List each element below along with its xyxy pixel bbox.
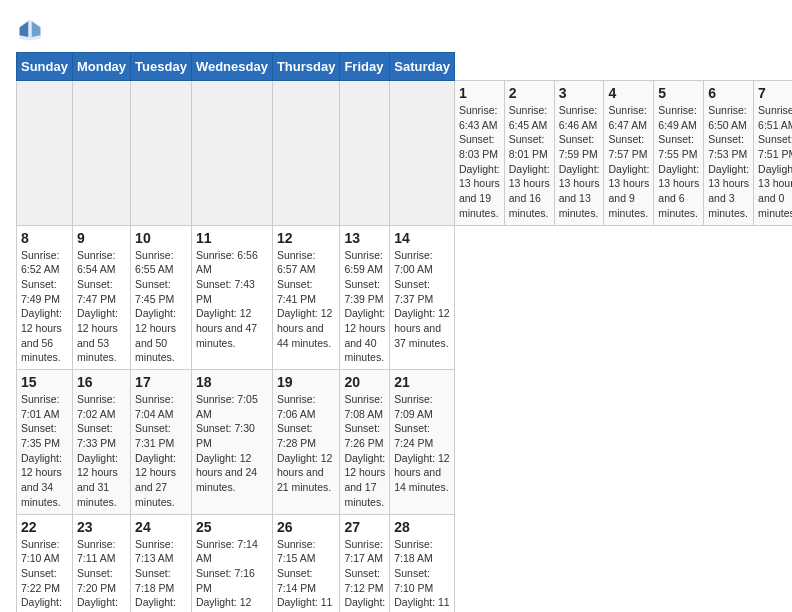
day-info: Sunrise: 6:56 AMSunset: 7:43 PMDaylight:…	[196, 248, 268, 351]
day-number: 7	[758, 85, 792, 101]
day-info: Sunrise: 7:18 AMSunset: 7:10 PMDaylight:…	[394, 537, 450, 613]
calendar-cell	[131, 81, 192, 226]
day-info: Sunrise: 7:05 AMSunset: 7:30 PMDaylight:…	[196, 392, 268, 495]
calendar-cell	[72, 81, 130, 226]
day-info: Sunrise: 7:10 AMSunset: 7:22 PMDaylight:…	[21, 537, 68, 613]
calendar-cell: 25Sunrise: 7:14 AMSunset: 7:16 PMDayligh…	[191, 514, 272, 612]
calendar-cell: 20Sunrise: 7:08 AMSunset: 7:26 PMDayligh…	[340, 370, 390, 515]
calendar-week-2: 8Sunrise: 6:52 AMSunset: 7:49 PMDaylight…	[17, 225, 793, 370]
weekday-header-tuesday: Tuesday	[131, 53, 192, 81]
weekday-header-saturday: Saturday	[390, 53, 455, 81]
day-info: Sunrise: 7:08 AMSunset: 7:26 PMDaylight:…	[344, 392, 385, 510]
weekday-header-sunday: Sunday	[17, 53, 73, 81]
day-number: 17	[135, 374, 187, 390]
day-number: 23	[77, 519, 126, 535]
calendar-cell	[272, 81, 340, 226]
day-info: Sunrise: 7:17 AMSunset: 7:12 PMDaylight:…	[344, 537, 385, 613]
day-number: 19	[277, 374, 336, 390]
calendar-cell: 6Sunrise: 6:50 AMSunset: 7:53 PMDaylight…	[704, 81, 754, 226]
calendar-cell: 3Sunrise: 6:46 AMSunset: 7:59 PMDaylight…	[554, 81, 604, 226]
calendar-cell: 24Sunrise: 7:13 AMSunset: 7:18 PMDayligh…	[131, 514, 192, 612]
calendar-cell	[340, 81, 390, 226]
day-info: Sunrise: 7:09 AMSunset: 7:24 PMDaylight:…	[394, 392, 450, 495]
day-number: 5	[658, 85, 699, 101]
day-info: Sunrise: 6:50 AMSunset: 7:53 PMDaylight:…	[708, 103, 749, 221]
calendar-cell: 1Sunrise: 6:43 AMSunset: 8:03 PMDaylight…	[454, 81, 504, 226]
calendar-cell: 7Sunrise: 6:51 AMSunset: 7:51 PMDaylight…	[754, 81, 792, 226]
day-number: 20	[344, 374, 385, 390]
day-number: 3	[559, 85, 600, 101]
day-info: Sunrise: 6:45 AMSunset: 8:01 PMDaylight:…	[509, 103, 550, 221]
day-info: Sunrise: 6:43 AMSunset: 8:03 PMDaylight:…	[459, 103, 500, 221]
calendar-cell	[390, 81, 455, 226]
day-info: Sunrise: 7:06 AMSunset: 7:28 PMDaylight:…	[277, 392, 336, 495]
day-number: 9	[77, 230, 126, 246]
calendar-cell: 9Sunrise: 6:54 AMSunset: 7:47 PMDaylight…	[72, 225, 130, 370]
day-number: 8	[21, 230, 68, 246]
day-number: 10	[135, 230, 187, 246]
page-header	[16, 16, 776, 44]
day-number: 27	[344, 519, 385, 535]
day-info: Sunrise: 6:54 AMSunset: 7:47 PMDaylight:…	[77, 248, 126, 366]
day-info: Sunrise: 6:59 AMSunset: 7:39 PMDaylight:…	[344, 248, 385, 366]
day-info: Sunrise: 7:11 AMSunset: 7:20 PMDaylight:…	[77, 537, 126, 613]
calendar-cell: 23Sunrise: 7:11 AMSunset: 7:20 PMDayligh…	[72, 514, 130, 612]
calendar-cell: 14Sunrise: 7:00 AMSunset: 7:37 PMDayligh…	[390, 225, 455, 370]
day-number: 13	[344, 230, 385, 246]
day-info: Sunrise: 7:13 AMSunset: 7:18 PMDaylight:…	[135, 537, 187, 613]
calendar-cell: 13Sunrise: 6:59 AMSunset: 7:39 PMDayligh…	[340, 225, 390, 370]
calendar-cell: 5Sunrise: 6:49 AMSunset: 7:55 PMDaylight…	[654, 81, 704, 226]
calendar-cell: 28Sunrise: 7:18 AMSunset: 7:10 PMDayligh…	[390, 514, 455, 612]
weekday-header-friday: Friday	[340, 53, 390, 81]
day-number: 26	[277, 519, 336, 535]
weekday-header-thursday: Thursday	[272, 53, 340, 81]
calendar-cell: 22Sunrise: 7:10 AMSunset: 7:22 PMDayligh…	[17, 514, 73, 612]
calendar-cell: 27Sunrise: 7:17 AMSunset: 7:12 PMDayligh…	[340, 514, 390, 612]
day-info: Sunrise: 6:49 AMSunset: 7:55 PMDaylight:…	[658, 103, 699, 221]
day-info: Sunrise: 6:47 AMSunset: 7:57 PMDaylight:…	[608, 103, 649, 221]
day-number: 22	[21, 519, 68, 535]
calendar-week-3: 15Sunrise: 7:01 AMSunset: 7:35 PMDayligh…	[17, 370, 793, 515]
day-number: 12	[277, 230, 336, 246]
calendar-table: SundayMondayTuesdayWednesdayThursdayFrid…	[16, 52, 792, 612]
logo-icon	[16, 16, 44, 44]
calendar-cell: 21Sunrise: 7:09 AMSunset: 7:24 PMDayligh…	[390, 370, 455, 515]
day-info: Sunrise: 6:55 AMSunset: 7:45 PMDaylight:…	[135, 248, 187, 366]
day-info: Sunrise: 6:57 AMSunset: 7:41 PMDaylight:…	[277, 248, 336, 351]
day-number: 14	[394, 230, 450, 246]
calendar-cell: 11Sunrise: 6:56 AMSunset: 7:43 PMDayligh…	[191, 225, 272, 370]
day-info: Sunrise: 7:01 AMSunset: 7:35 PMDaylight:…	[21, 392, 68, 510]
day-info: Sunrise: 6:51 AMSunset: 7:51 PMDaylight:…	[758, 103, 792, 221]
day-number: 15	[21, 374, 68, 390]
logo	[16, 16, 48, 44]
day-info: Sunrise: 7:14 AMSunset: 7:16 PMDaylight:…	[196, 537, 268, 613]
day-number: 2	[509, 85, 550, 101]
day-number: 28	[394, 519, 450, 535]
calendar-week-1: 1Sunrise: 6:43 AMSunset: 8:03 PMDaylight…	[17, 81, 793, 226]
calendar-week-4: 22Sunrise: 7:10 AMSunset: 7:22 PMDayligh…	[17, 514, 793, 612]
calendar-cell: 10Sunrise: 6:55 AMSunset: 7:45 PMDayligh…	[131, 225, 192, 370]
day-info: Sunrise: 7:02 AMSunset: 7:33 PMDaylight:…	[77, 392, 126, 510]
day-number: 6	[708, 85, 749, 101]
calendar-cell	[191, 81, 272, 226]
calendar-cell: 26Sunrise: 7:15 AMSunset: 7:14 PMDayligh…	[272, 514, 340, 612]
day-info: Sunrise: 7:00 AMSunset: 7:37 PMDaylight:…	[394, 248, 450, 351]
calendar-cell: 18Sunrise: 7:05 AMSunset: 7:30 PMDayligh…	[191, 370, 272, 515]
calendar-cell: 17Sunrise: 7:04 AMSunset: 7:31 PMDayligh…	[131, 370, 192, 515]
calendar-cell: 15Sunrise: 7:01 AMSunset: 7:35 PMDayligh…	[17, 370, 73, 515]
day-number: 1	[459, 85, 500, 101]
weekday-header-wednesday: Wednesday	[191, 53, 272, 81]
day-info: Sunrise: 6:46 AMSunset: 7:59 PMDaylight:…	[559, 103, 600, 221]
day-number: 24	[135, 519, 187, 535]
calendar-cell: 19Sunrise: 7:06 AMSunset: 7:28 PMDayligh…	[272, 370, 340, 515]
calendar-cell: 4Sunrise: 6:47 AMSunset: 7:57 PMDaylight…	[604, 81, 654, 226]
calendar-cell: 2Sunrise: 6:45 AMSunset: 8:01 PMDaylight…	[504, 81, 554, 226]
day-number: 18	[196, 374, 268, 390]
day-number: 4	[608, 85, 649, 101]
day-number: 11	[196, 230, 268, 246]
calendar-cell: 16Sunrise: 7:02 AMSunset: 7:33 PMDayligh…	[72, 370, 130, 515]
day-info: Sunrise: 7:15 AMSunset: 7:14 PMDaylight:…	[277, 537, 336, 613]
calendar-cell: 12Sunrise: 6:57 AMSunset: 7:41 PMDayligh…	[272, 225, 340, 370]
calendar-cell: 8Sunrise: 6:52 AMSunset: 7:49 PMDaylight…	[17, 225, 73, 370]
weekday-header-monday: Monday	[72, 53, 130, 81]
